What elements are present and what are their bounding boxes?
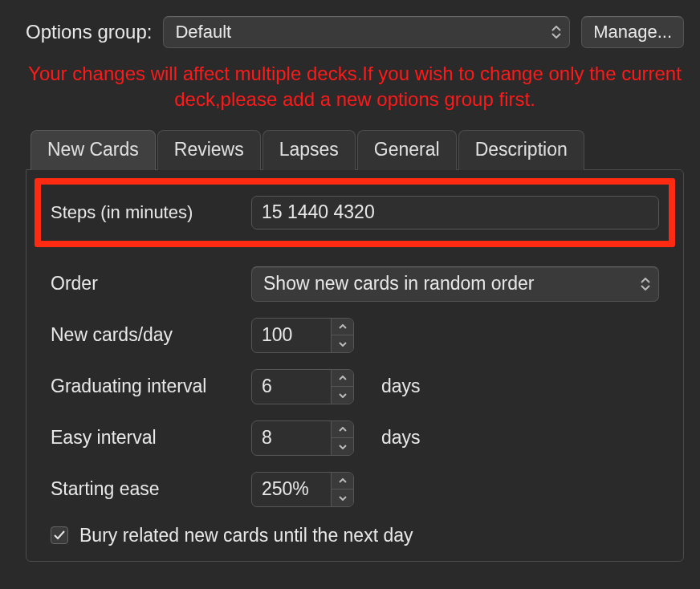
easy-value: 8 — [252, 421, 331, 455]
ease-stepper — [331, 473, 353, 506]
step-up-icon[interactable] — [332, 473, 353, 489]
bury-checkbox[interactable] — [51, 526, 68, 544]
grad-unit: days — [381, 376, 421, 397]
step-down-icon[interactable] — [332, 335, 353, 352]
easy-label: Easy interval — [51, 427, 237, 449]
easy-stepper — [331, 421, 353, 455]
steps-row-highlight: Steps (in minutes) — [35, 178, 675, 247]
step-down-icon[interactable] — [332, 489, 353, 506]
warning-text: Your changes will affect multiple decks.… — [10, 56, 700, 123]
steps-label: Steps (in minutes) — [51, 202, 237, 223]
step-up-icon[interactable] — [332, 421, 353, 438]
easy-spinner[interactable]: 8 — [251, 420, 354, 456]
bury-row: Bury related new cards until the next da… — [35, 515, 675, 546]
grad-label: Graduating interval — [51, 376, 237, 397]
grad-spinner[interactable]: 6 — [251, 369, 354, 404]
step-down-icon[interactable] — [332, 386, 353, 404]
perday-spinner[interactable]: 100 — [251, 318, 354, 353]
easy-row: Easy interval 8 days — [35, 412, 675, 464]
order-value: Show new cards in random order — [263, 273, 535, 294]
step-up-icon[interactable] — [332, 319, 353, 335]
check-icon — [54, 530, 65, 540]
easy-unit: days — [381, 427, 421, 449]
grad-value: 6 — [252, 370, 331, 404]
options-group-bar: Options group: Default Manage... — [10, 13, 700, 56]
step-up-icon[interactable] — [332, 370, 353, 387]
new-cards-panel: Steps (in minutes) Order Show new cards … — [26, 169, 684, 562]
grad-stepper — [331, 370, 353, 404]
order-select[interactable]: Show new cards in random order — [251, 266, 659, 302]
options-group-select[interactable]: Default — [163, 16, 570, 48]
order-row: Order Show new cards in random order — [35, 258, 675, 310]
tab-lapses[interactable]: Lapses — [262, 130, 356, 170]
order-label: Order — [51, 273, 237, 294]
tab-general[interactable]: General — [357, 130, 457, 170]
chevron-updown-icon — [641, 278, 650, 290]
options-group-value: Default — [175, 22, 231, 43]
perday-stepper — [331, 319, 353, 352]
options-group-label: Options group: — [26, 21, 152, 43]
chevron-updown-icon — [551, 26, 561, 39]
tab-strip: New Cards Reviews Lapses General Descrip… — [10, 123, 700, 169]
ease-row: Starting ease 250% — [35, 464, 675, 515]
bury-label: Bury related new cards until the next da… — [79, 525, 413, 546]
tab-new-cards[interactable]: New Cards — [31, 130, 156, 170]
manage-button[interactable]: Manage... — [581, 16, 684, 48]
ease-value: 250% — [252, 473, 331, 506]
steps-input[interactable] — [251, 196, 659, 230]
tab-reviews[interactable]: Reviews — [157, 130, 261, 170]
perday-label: New cards/day — [51, 324, 237, 346]
perday-row: New cards/day 100 — [35, 310, 675, 361]
step-down-icon[interactable] — [332, 437, 353, 455]
ease-spinner[interactable]: 250% — [251, 472, 354, 507]
tab-description[interactable]: Description — [458, 130, 584, 170]
perday-value: 100 — [252, 319, 331, 352]
grad-row: Graduating interval 6 days — [35, 361, 675, 412]
ease-label: Starting ease — [51, 478, 237, 500]
